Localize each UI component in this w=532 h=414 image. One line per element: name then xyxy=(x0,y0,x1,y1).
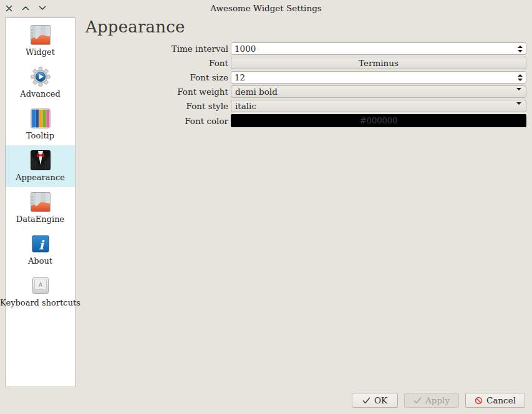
font-color-label: Font color xyxy=(0,116,231,126)
time-interval-row: Time interval 1000 xyxy=(0,42,526,55)
cancel-button-label: Cancel xyxy=(486,395,516,405)
time-interval-spinbox[interactable]: 1000 xyxy=(231,42,526,55)
sidebar-item-label: Keyboard shortcuts xyxy=(0,298,80,307)
sidebar-item-about[interactable]: i About xyxy=(6,229,75,271)
font-style-value: italic xyxy=(235,101,256,111)
sidebar-item-label: Tooltip xyxy=(26,131,54,140)
sidebar-item-label: DataEngine xyxy=(16,214,65,224)
sidebar-item-label: About xyxy=(28,256,52,266)
font-button-value: Terminus xyxy=(359,58,399,68)
font-size-label: Font size xyxy=(0,72,231,82)
font-weight-label: Font weight xyxy=(0,87,231,97)
font-size-row: Font size 12 xyxy=(0,71,526,84)
check-icon xyxy=(414,397,422,404)
cancel-icon xyxy=(475,397,483,405)
font-label: Font xyxy=(0,58,231,68)
spinner-arrows-icon[interactable] xyxy=(518,71,523,84)
font-size-spinbox[interactable]: 12 xyxy=(231,71,526,84)
titlebar: Awesome Widget Settings xyxy=(0,0,532,16)
check-icon xyxy=(362,397,370,404)
tuxedo-icon xyxy=(31,150,51,170)
sidebar-item-appearance[interactable]: Appearance xyxy=(6,145,75,187)
apply-button[interactable]: Apply xyxy=(404,393,459,408)
info-icon: i xyxy=(31,234,51,254)
font-color-button[interactable]: #000000 xyxy=(231,114,526,127)
font-style-label: Font style xyxy=(0,101,231,111)
font-select-button[interactable]: Terminus xyxy=(231,57,526,69)
font-style-row: Font style italic xyxy=(0,100,526,112)
ok-button[interactable]: OK xyxy=(352,393,398,408)
sidebar-item-label: Appearance xyxy=(16,173,65,182)
font-size-value: 12 xyxy=(235,72,245,82)
apply-button-label: Apply xyxy=(425,395,450,405)
page-title: Appearance xyxy=(85,17,185,36)
font-color-row: Font color #000000 xyxy=(0,114,526,127)
awesome-widget-settings-window: { "window": { "title": "Awesome Widget S… xyxy=(0,0,532,414)
sidebar-item-keyboard-shortcuts[interactable]: A Keyboard shortcuts xyxy=(6,271,75,312)
window-title: Awesome Widget Settings xyxy=(0,0,532,16)
font-color-value: #000000 xyxy=(360,116,398,125)
font-style-combobox[interactable]: italic xyxy=(231,100,526,112)
cancel-button[interactable]: Cancel xyxy=(465,393,525,408)
font-weight-combobox[interactable]: demi bold xyxy=(231,85,526,98)
sidebar-item-dataengine[interactable]: DataEngine xyxy=(6,187,75,229)
ok-button-label: OK xyxy=(374,395,387,405)
time-interval-value: 1000 xyxy=(235,44,256,54)
appearance-form: Time interval 1000 Font Terminus Font si… xyxy=(0,42,526,129)
font-weight-row: Font weight demi bold xyxy=(0,85,526,98)
font-row: Font Terminus xyxy=(0,57,526,69)
font-weight-value: demi bold xyxy=(235,87,278,97)
keyboard-key-icon: A xyxy=(31,276,51,296)
widget-chart-icon xyxy=(31,192,51,212)
dialog-button-bar: OK Apply Cancel xyxy=(352,393,525,408)
svg-text:A: A xyxy=(39,282,42,288)
spinner-arrows-icon[interactable] xyxy=(518,42,523,55)
time-interval-label: Time interval xyxy=(0,44,231,54)
